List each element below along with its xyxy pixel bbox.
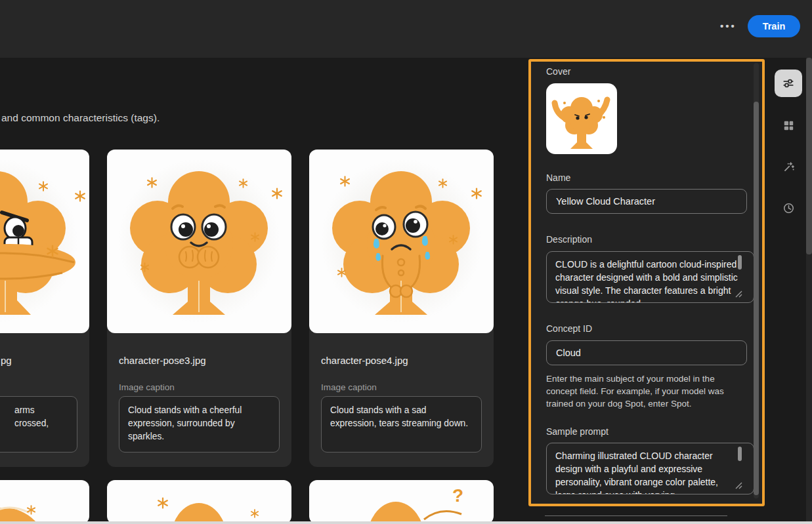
question-mark-text: ? bbox=[452, 485, 463, 506]
sparkle-icon bbox=[271, 188, 283, 199]
character-illustration-angry bbox=[0, 150, 89, 333]
rail-tab-effects[interactable] bbox=[782, 161, 795, 173]
grid-view-icon bbox=[782, 119, 795, 132]
bottom-edge-strip bbox=[0, 521, 812, 524]
sparkle-icon bbox=[448, 235, 458, 245]
sliders-icon bbox=[782, 77, 795, 90]
sparkle-icon bbox=[74, 190, 86, 202]
image-caption-label: Image caption bbox=[119, 382, 175, 392]
cover-thumbnail[interactable] bbox=[546, 83, 617, 154]
dataset-image-partial[interactable]: ? bbox=[309, 480, 494, 524]
concept-id-input[interactable]: Cloud bbox=[546, 340, 747, 365]
panel-divider bbox=[545, 515, 727, 516]
name-input[interactable]: Yellow Cloud Character bbox=[546, 189, 747, 214]
sparkle-icon bbox=[157, 497, 169, 509]
sparkle-icon bbox=[250, 509, 259, 518]
sparkle-icon bbox=[438, 178, 448, 188]
dataset-card: pg arms crossed, bbox=[0, 150, 89, 467]
top-bar: ••• Train bbox=[0, 0, 812, 58]
description-resize-handle[interactable] bbox=[735, 290, 743, 298]
page-scrollbar-thumb[interactable] bbox=[806, 58, 812, 254]
dataset-card: character-pose4.jpg Image caption Cloud … bbox=[309, 150, 494, 467]
description-label: Description bbox=[546, 234, 592, 245]
sparkle-icon bbox=[337, 268, 347, 277]
sample-prompt-resize-handle[interactable] bbox=[735, 481, 743, 490]
cover-label: Cover bbox=[546, 66, 570, 77]
dataset-image-partial[interactable] bbox=[107, 480, 291, 524]
dataset-image-angry[interactable] bbox=[0, 150, 89, 333]
panel-scrollbar-thumb[interactable] bbox=[754, 102, 759, 495]
dataset-image-sad[interactable] bbox=[309, 150, 494, 333]
sample-prompt-textarea[interactable]: Charming illustrated CLOUD character des… bbox=[546, 443, 754, 494]
image-filename: pg bbox=[1, 355, 12, 366]
sample-prompt-scrollbar-thumb[interactable] bbox=[738, 447, 742, 461]
description-scrollbar-thumb[interactable] bbox=[738, 255, 742, 270]
sparkle-icon bbox=[146, 177, 158, 188]
image-caption-input[interactable]: Cloud stands with a cheerful expression,… bbox=[119, 396, 280, 453]
magic-wand-icon bbox=[782, 161, 795, 173]
image-caption-input[interactable]: Cloud stands with a sad expression, tear… bbox=[321, 396, 482, 453]
sample-prompt-label: Sample prompt bbox=[546, 426, 609, 437]
rail-tab-properties[interactable] bbox=[775, 70, 802, 97]
sparkle-icon bbox=[26, 505, 36, 515]
character-illustration-partial bbox=[107, 480, 291, 524]
character-illustration-cover bbox=[546, 83, 617, 154]
app-root: ••• Train and common characteristics (ta… bbox=[0, 0, 812, 524]
sparkle-icon bbox=[140, 262, 150, 272]
character-illustration-sad bbox=[309, 150, 494, 333]
dataset-image-cheerful[interactable] bbox=[107, 150, 291, 333]
description-textarea[interactable]: CLOUD is a delightful cartoon cloud-insp… bbox=[546, 251, 754, 303]
concept-help-text: Enter the main subject of your model in … bbox=[546, 373, 740, 410]
rail-tab-history[interactable] bbox=[782, 202, 795, 214]
character-illustration-partial bbox=[309, 480, 494, 524]
image-filename: character-pose3.jpg bbox=[119, 355, 206, 366]
more-options-icon[interactable]: ••• bbox=[720, 20, 737, 31]
dataset-card: character-pose3.jpg Image caption Cloud … bbox=[107, 150, 291, 467]
train-button[interactable]: Train bbox=[748, 15, 800, 37]
rail-tab-grid-view[interactable] bbox=[782, 119, 795, 132]
sparkle-icon bbox=[250, 232, 260, 242]
name-label: Name bbox=[546, 172, 570, 183]
sparkle-icon bbox=[238, 178, 248, 188]
dataset-image-partial[interactable] bbox=[0, 480, 89, 524]
character-illustration-cheerful bbox=[107, 150, 291, 333]
sparkle-icon bbox=[471, 188, 482, 199]
sparkle-icon bbox=[339, 176, 351, 187]
character-illustration-partial bbox=[0, 480, 89, 524]
image-filename: character-pose4.jpg bbox=[321, 355, 408, 366]
history-clock-icon bbox=[782, 202, 795, 214]
dataset-instructions-text: and common characteristics (tags). bbox=[1, 112, 160, 124]
image-caption-label: Image caption bbox=[321, 382, 377, 392]
concept-id-label: Concept ID bbox=[546, 323, 592, 334]
sparkle-icon bbox=[38, 181, 49, 191]
caption-text: arms crossed, bbox=[0, 404, 68, 430]
image-caption-input[interactable]: arms crossed, bbox=[0, 396, 77, 453]
